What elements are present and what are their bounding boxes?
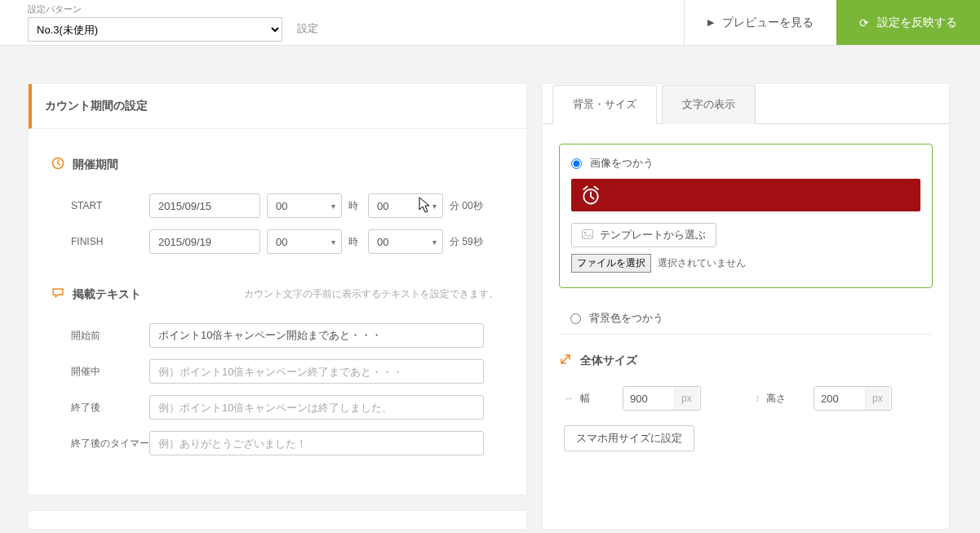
use-image-label: 画像をつかう bbox=[590, 156, 654, 171]
tabs: 背景・サイズ 文字の表示 bbox=[543, 84, 949, 124]
height-arrow-icon: ↕ bbox=[755, 393, 760, 404]
pattern-select[interactable]: No.3(未使用) bbox=[28, 17, 282, 42]
start-min-suffix: 分 00秒 bbox=[450, 199, 483, 213]
start-date-input[interactable] bbox=[149, 193, 260, 218]
alarm-clock-icon bbox=[579, 184, 602, 207]
finish-label: FINISH bbox=[51, 236, 149, 247]
tab-text-display[interactable]: 文字の表示 bbox=[662, 85, 756, 124]
use-image-block: 画像をつかう テンプレートから選ぶ ファイルを選択 bbox=[559, 144, 933, 288]
before-label: 開始前 bbox=[51, 329, 149, 343]
preview-button-label: プレビューを見る bbox=[722, 16, 814, 30]
panel-title: カウント期間の設定 bbox=[29, 84, 526, 129]
svg-rect-2 bbox=[583, 230, 593, 239]
width-arrow-icon: ↔ bbox=[564, 393, 574, 404]
use-image-radio-row[interactable]: 画像をつかう bbox=[571, 156, 920, 171]
resize-icon bbox=[559, 353, 572, 368]
width-label: 幅 bbox=[580, 392, 590, 406]
settings-link[interactable]: 設定 bbox=[297, 21, 318, 36]
finish-min-select[interactable]: 00 bbox=[368, 229, 443, 254]
file-status: 選択されていません bbox=[658, 256, 746, 270]
start-min-select[interactable]: 00 bbox=[368, 193, 443, 218]
chat-icon bbox=[51, 286, 64, 302]
after-label: 終了後 bbox=[51, 401, 149, 415]
finish-hour-select[interactable]: 00 bbox=[267, 229, 342, 254]
image-icon bbox=[582, 229, 593, 242]
left-panel: カウント期間の設定 開催期間 START 00 時 00 bbox=[28, 83, 527, 495]
size-heading: 全体サイズ bbox=[559, 353, 933, 368]
tab-background[interactable]: 背景・サイズ bbox=[552, 85, 657, 124]
use-bgcolor-radio-row[interactable]: 背景色をつかう bbox=[570, 311, 921, 326]
hour-unit: 時 bbox=[348, 199, 358, 213]
smartphone-size-button[interactable]: スマホ用サイズに設定 bbox=[564, 425, 694, 451]
during-label: 開催中 bbox=[51, 365, 149, 379]
finish-min-suffix: 分 59秒 bbox=[450, 235, 483, 249]
hour-unit-2: 時 bbox=[348, 235, 358, 249]
image-preview bbox=[571, 179, 920, 211]
choose-file-button[interactable]: ファイルを選択 bbox=[571, 254, 651, 273]
period-heading-text: 開催期間 bbox=[73, 158, 118, 172]
during-input[interactable] bbox=[149, 359, 484, 384]
choose-template-button[interactable]: テンプレートから選ぶ bbox=[571, 223, 716, 247]
width-input[interactable] bbox=[623, 387, 674, 410]
finish-date-input[interactable] bbox=[149, 229, 260, 254]
text-hint: カウント文字の手前に表示するテキストを設定できます。 bbox=[244, 287, 499, 301]
refresh-icon: ⟳ bbox=[859, 16, 869, 29]
preview-button[interactable]: ▶ プレビューを見る bbox=[684, 0, 836, 45]
after-timer-label: 終了後のタイマー bbox=[51, 437, 149, 451]
text-heading: 掲載テキスト カウント文字の手前に表示するテキストを設定できます。 bbox=[51, 286, 499, 302]
height-input[interactable] bbox=[814, 387, 865, 410]
size-heading-text: 全体サイズ bbox=[580, 353, 637, 368]
pattern-label: 設定パターン bbox=[28, 3, 282, 16]
right-panel: 背景・サイズ 文字の表示 画像をつかう bbox=[542, 83, 950, 530]
topbar: 設定パターン No.3(未使用) 設定 ▶ プレビューを見る ⟳ 設定を反映する bbox=[0, 0, 980, 46]
period-heading: 開催期間 bbox=[51, 157, 499, 172]
svg-point-3 bbox=[584, 232, 587, 234]
start-hour-select[interactable]: 00 bbox=[267, 193, 342, 218]
extra-panel bbox=[28, 510, 527, 530]
play-icon: ▶ bbox=[707, 17, 714, 28]
height-label: 高さ bbox=[766, 392, 786, 406]
use-bgcolor-radio[interactable] bbox=[570, 313, 581, 324]
px-unit: px bbox=[674, 387, 698, 410]
after-timer-input[interactable] bbox=[149, 431, 484, 455]
after-input[interactable] bbox=[149, 395, 484, 420]
before-input[interactable] bbox=[149, 323, 484, 348]
use-bgcolor-label: 背景色をつかう bbox=[589, 311, 663, 326]
apply-button-label: 設定を反映する bbox=[877, 16, 957, 30]
clock-icon bbox=[51, 157, 64, 172]
text-heading-text: 掲載テキスト bbox=[73, 287, 141, 302]
start-label: START bbox=[51, 200, 149, 211]
apply-button[interactable]: ⟳ 設定を反映する bbox=[836, 0, 980, 45]
use-image-radio[interactable] bbox=[571, 158, 582, 169]
px-unit-2: px bbox=[865, 387, 889, 410]
choose-template-label: テンプレートから選ぶ bbox=[600, 228, 706, 242]
